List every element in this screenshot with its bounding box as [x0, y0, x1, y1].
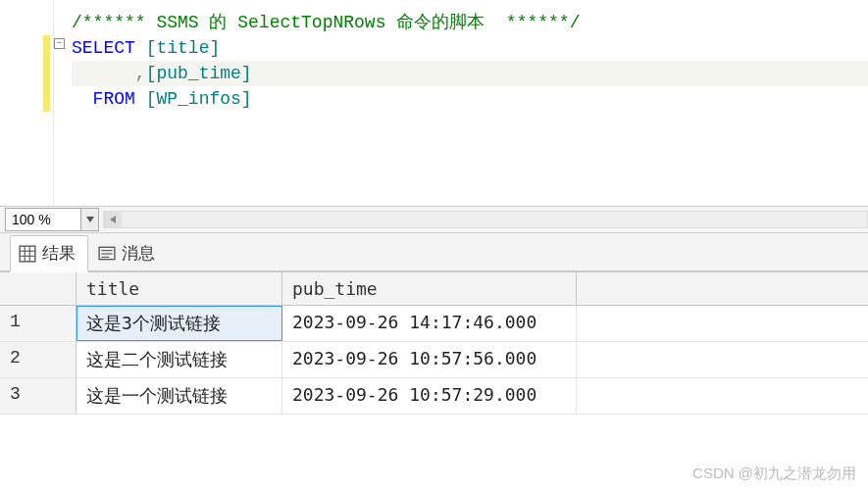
comma: , [135, 64, 146, 83]
scroll-left-icon[interactable] [104, 212, 122, 227]
col-pub-time: [pub_time] [146, 64, 252, 83]
horizontal-scrollbar[interactable] [103, 211, 868, 228]
zoom-dropdown[interactable]: 100 % [5, 208, 99, 231]
cell-title[interactable]: 这是一个测试链接 [77, 378, 282, 414]
fold-toggle[interactable]: − [54, 38, 65, 49]
sql-editor-area: − /****** SSMS 的 SelectTopNRows 命令的脚本 **… [0, 0, 868, 206]
row-number[interactable]: 2 [0, 342, 77, 377]
watermark: CSDN @初九之潜龙勿用 [692, 465, 856, 483]
chevron-down-icon[interactable] [80, 209, 98, 230]
tab-results-label: 结果 [42, 242, 76, 265]
table-name: [WP_infos] [146, 89, 252, 109]
col-title: [title] [146, 38, 221, 58]
results-grid: title pub_time 1 这是3个测试链接 2023-09-26 14:… [0, 272, 868, 415]
cell-title[interactable]: 这是二个测试链接 [77, 342, 282, 377]
tab-results[interactable]: 结果 [10, 235, 88, 272]
row-number[interactable]: 1 [0, 306, 77, 341]
grid-icon [19, 245, 36, 263]
comment-line: /****** SSMS 的 SelectTopNRows 命令的脚本 ****… [72, 13, 580, 32]
tab-messages-label: 消息 [122, 242, 155, 265]
cell-pub-time[interactable]: 2023-09-26 10:57:29.000 [282, 378, 577, 414]
tab-messages[interactable]: 消息 [90, 236, 167, 270]
code-content[interactable]: /****** SSMS 的 SelectTopNRows 命令的脚本 ****… [54, 0, 868, 206]
change-indicator [43, 35, 50, 112]
row-header-blank[interactable] [0, 272, 77, 305]
table-row: 3 这是一个测试链接 2023-09-26 10:57:29.000 [0, 378, 868, 415]
col-header-title[interactable]: title [77, 272, 282, 305]
col-header-pub-time[interactable]: pub_time [282, 272, 577, 305]
table-row: 2 这是二个测试链接 2023-09-26 10:57:56.000 [0, 342, 868, 378]
results-tabs: 结果 消息 [0, 233, 868, 272]
editor-gutter: − [0, 0, 54, 206]
cell-pub-time[interactable]: 2023-09-26 14:17:46.000 [282, 306, 577, 341]
row-number[interactable]: 3 [0, 378, 77, 414]
svg-rect-0 [20, 246, 35, 262]
zoom-value: 100 % [6, 212, 80, 227]
cell-pub-time[interactable]: 2023-09-26 10:57:56.000 [282, 342, 577, 377]
messages-icon [98, 245, 116, 263]
kw-select: SELECT [72, 38, 135, 58]
zoom-bar: 100 % [0, 206, 868, 233]
cell-title[interactable]: 这是3个测试链接 [77, 306, 282, 341]
kw-from: FROM [93, 89, 135, 109]
table-row: 1 这是3个测试链接 2023-09-26 14:17:46.000 [0, 306, 868, 342]
grid-header-row: title pub_time [0, 272, 868, 306]
